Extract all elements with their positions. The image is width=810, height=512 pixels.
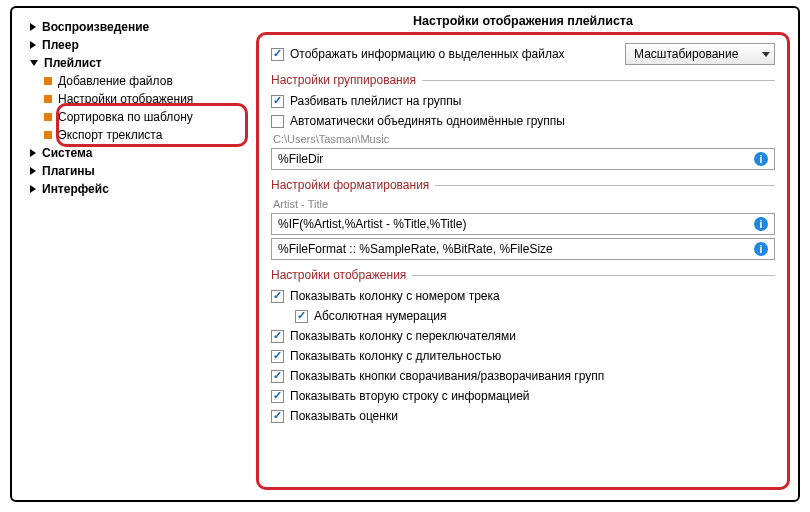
checkbox-icon[interactable] — [271, 290, 284, 303]
chevron-right-icon — [30, 185, 36, 193]
checkbox-icon[interactable] — [271, 48, 284, 61]
chevron-right-icon — [30, 23, 36, 31]
tree-label: Экспорт треклиста — [58, 126, 162, 144]
tree-label: Сортировка по шаблону — [58, 108, 193, 126]
divider — [435, 185, 775, 186]
tree-item-export-tracklist[interactable]: Экспорт треклиста — [44, 126, 246, 144]
divider — [422, 80, 775, 81]
tree-item-playback[interactable]: Воспроизведение — [30, 18, 246, 36]
checkbox-icon[interactable] — [271, 370, 284, 383]
divider — [412, 275, 775, 276]
page-title: Настройки отображения плейлиста — [256, 14, 790, 28]
tree-item-display-settings[interactable]: Настройки отображения — [44, 90, 246, 108]
checkbox-icon[interactable] — [271, 350, 284, 363]
tree-label: Настройки отображения — [58, 90, 193, 108]
checkbox-label: Автоматически объединять одноимённые гру… — [290, 111, 565, 131]
absolute-numbering-checkbox[interactable]: Абсолютная нумерация — [295, 306, 775, 326]
checkbox-icon[interactable] — [271, 390, 284, 403]
tree-label: Система — [42, 144, 93, 162]
chevron-down-icon — [30, 60, 38, 66]
settings-tree: Воспроизведение Плеер Плейлист Добавлени… — [12, 8, 252, 500]
checkbox-label: Абсолютная нумерация — [314, 306, 447, 326]
chevron-right-icon — [30, 41, 36, 49]
show-switches-checkbox[interactable]: Показывать колонку с переключателями — [271, 326, 775, 346]
select-value: Масштабирование — [634, 47, 738, 61]
checkbox-label: Показывать колонку с номером трека — [290, 286, 500, 306]
group-template-input[interactable]: %FileDir i — [271, 148, 775, 170]
fieldset-legend: Настройки форматирования — [271, 178, 429, 192]
tree-item-sort-template[interactable]: Сортировка по шаблону — [44, 108, 246, 126]
format-line2-input[interactable]: %FileFormat :: %SampleRate, %BitRate, %F… — [271, 238, 775, 260]
input-value: %IF(%Artist,%Artist - %Title,%Title) — [278, 217, 754, 231]
show-collapse-buttons-checkbox[interactable]: Показывать кнопки сворачивания/разворачи… — [271, 366, 775, 386]
fieldset-legend: Настройки группирования — [271, 73, 416, 87]
group-path-hint: C:\Users\Tasman\Music — [273, 133, 775, 145]
format-line1-input[interactable]: %IF(%Artist,%Artist - %Title,%Title) i — [271, 213, 775, 235]
bullet-icon — [44, 95, 52, 103]
settings-pane: Настройки отображения плейлиста Отобража… — [252, 8, 798, 500]
settings-panel: Отображать информацию о выделенных файла… — [256, 32, 790, 490]
show-selected-info-row[interactable]: Отображать информацию о выделенных файла… — [271, 44, 565, 64]
tree-label: Плагины — [42, 162, 95, 180]
input-value: %FileFormat :: %SampleRate, %BitRate, %F… — [278, 242, 754, 256]
group-fieldset: Настройки группирования Разбивать плейли… — [271, 73, 775, 170]
display-fieldset: Настройки отображения Показывать колонку… — [271, 268, 775, 426]
checkbox-label: Отображать информацию о выделенных файла… — [290, 44, 565, 64]
fieldset-legend: Настройки отображения — [271, 268, 406, 282]
format-hint: Artist - Title — [273, 198, 775, 210]
checkbox-label: Показывать колонку с переключателями — [290, 326, 516, 346]
checkbox-label: Показывать колонку с длительностью — [290, 346, 501, 366]
show-second-line-checkbox[interactable]: Показывать вторую строку с информацией — [271, 386, 775, 406]
format-fieldset: Настройки форматирования Artist - Title … — [271, 178, 775, 260]
checkbox-label: Показывать вторую строку с информацией — [290, 386, 530, 406]
checkbox-icon[interactable] — [295, 310, 308, 323]
bullet-icon — [44, 113, 52, 121]
checkbox-icon[interactable] — [271, 330, 284, 343]
tree-item-playlist[interactable]: Плейлист — [30, 54, 246, 72]
bullet-icon — [44, 77, 52, 85]
show-duration-checkbox[interactable]: Показывать колонку с длительностью — [271, 346, 775, 366]
input-value: %FileDir — [278, 152, 754, 166]
merge-groups-checkbox[interactable]: Автоматически объединять одноимённые гру… — [271, 111, 775, 131]
app-window: Воспроизведение Плеер Плейлист Добавлени… — [10, 6, 800, 502]
split-playlist-checkbox[interactable]: Разбивать плейлист на группы — [271, 91, 775, 111]
chevron-down-icon — [762, 52, 770, 57]
checkbox-label: Разбивать плейлист на группы — [290, 91, 461, 111]
info-icon[interactable]: i — [754, 152, 768, 166]
tree-item-player[interactable]: Плеер — [30, 36, 246, 54]
chevron-right-icon — [30, 149, 36, 157]
chevron-right-icon — [30, 167, 36, 175]
tree-label: Воспроизведение — [42, 18, 149, 36]
checkbox-icon[interactable] — [271, 410, 284, 423]
tree-label: Добавление файлов — [58, 72, 173, 90]
checkbox-label: Показывать кнопки сворачивания/разворачи… — [290, 366, 604, 386]
bullet-icon — [44, 131, 52, 139]
tree-item-add-files[interactable]: Добавление файлов — [44, 72, 246, 90]
show-ratings-checkbox[interactable]: Показывать оценки — [271, 406, 775, 426]
checkbox-label: Показывать оценки — [290, 406, 398, 426]
checkbox-icon[interactable] — [271, 115, 284, 128]
tree-item-plugins[interactable]: Плагины — [30, 162, 246, 180]
info-icon[interactable]: i — [754, 242, 768, 256]
show-track-number-checkbox[interactable]: Показывать колонку с номером трека — [271, 286, 775, 306]
checkbox-icon[interactable] — [271, 95, 284, 108]
tree-label: Интерфейс — [42, 180, 109, 198]
scale-select[interactable]: Масштабирование — [625, 43, 775, 65]
tree-label: Плейлист — [44, 54, 102, 72]
tree-label: Плеер — [42, 36, 79, 54]
tree-item-interface[interactable]: Интерфейс — [30, 180, 246, 198]
info-icon[interactable]: i — [754, 217, 768, 231]
tree-item-system[interactable]: Система — [30, 144, 246, 162]
